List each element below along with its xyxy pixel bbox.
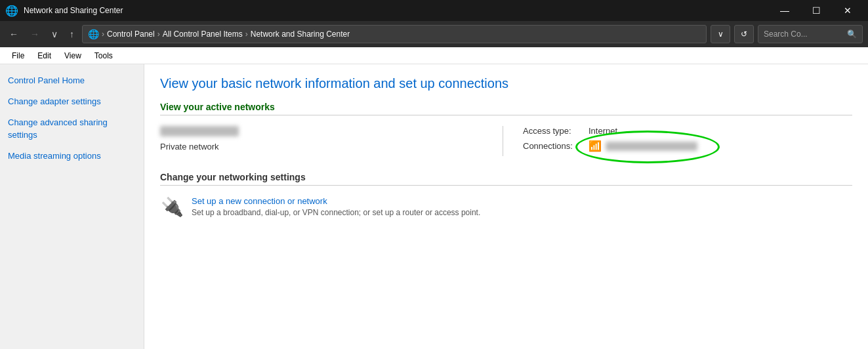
address-bar: ← → ∨ ↑ 🌐 › Control Panel › All Control …	[0, 21, 868, 47]
title-bar-left: 🌐 Network and Sharing Center	[5, 5, 123, 17]
path-control-panel: Control Panel	[107, 30, 155, 39]
address-path[interactable]: 🌐 › Control Panel › All Control Panel It…	[82, 25, 707, 43]
path-sep-1: ›	[157, 30, 160, 39]
sidebar: Control Panel Home Change adapter settin…	[0, 64, 144, 349]
minimize-button[interactable]: —	[770, 0, 800, 21]
network-left: Private network	[160, 126, 503, 156]
back-button[interactable]: ←	[5, 26, 22, 42]
setup-icon: 🔌	[160, 195, 184, 218]
setup-desc: Set up a broadband, dial-up, or VPN conn…	[192, 208, 480, 217]
menu-file[interactable]: File	[7, 50, 30, 62]
sidebar-link-advanced-sharing[interactable]: Change advanced sharing settings	[8, 117, 136, 140]
menu-bar: File Edit View Tools	[0, 47, 868, 64]
setup-connection-link[interactable]: Set up a new connection or network	[192, 196, 327, 206]
refresh-button[interactable]: ↺	[734, 25, 754, 43]
title-bar-controls: — ☐ ✕	[770, 0, 863, 21]
menu-view[interactable]: View	[59, 50, 87, 62]
page-title: View your basic network information and …	[160, 76, 852, 91]
active-networks-header: View your active networks	[160, 102, 852, 115]
dropdown-button[interactable]: ∨	[47, 26, 62, 42]
main-content: Control Panel Home Change adapter settin…	[0, 64, 868, 349]
title-bar: 🌐 Network and Sharing Center — ☐ ✕	[0, 0, 868, 21]
sidebar-link-change-adapter[interactable]: Change adapter settings	[8, 96, 136, 108]
network-name-blurred	[160, 126, 239, 136]
connection-value: 📶	[589, 140, 697, 152]
forward-button[interactable]: →	[26, 26, 43, 42]
network-right: Access type: Internet Connections: 📶	[503, 126, 852, 156]
window-title: Network and Sharing Center	[24, 6, 123, 15]
dropdown-arrow-icon: ∨	[718, 30, 724, 39]
network-info-row: Private network Access type: Internet Co…	[160, 126, 852, 156]
connections-row: Connections: 📶	[523, 140, 852, 152]
connection-name-blurred	[606, 142, 697, 151]
path-current: Network and Sharing Center	[251, 30, 350, 39]
network-type: Private network	[160, 142, 219, 152]
search-icon: 🔍	[847, 30, 857, 39]
search-box[interactable]: Search Co... 🔍	[758, 25, 863, 43]
up-button[interactable]: ↑	[66, 26, 78, 42]
path-separator: ›	[102, 30, 104, 39]
close-button[interactable]: ✕	[833, 0, 863, 21]
setup-connection-item: 🔌 Set up a new connection or network Set…	[160, 195, 852, 218]
menu-edit[interactable]: Edit	[32, 50, 56, 62]
search-placeholder: Search Co...	[764, 30, 843, 39]
change-settings-header: Change your networking settings	[160, 172, 852, 186]
setup-text-block: Set up a new connection or network Set u…	[192, 195, 480, 217]
path-all-items: All Control Panel Items	[163, 30, 243, 39]
access-type-row: Access type: Internet	[523, 126, 852, 136]
menu-tools[interactable]: Tools	[89, 50, 118, 62]
access-type-value: Internet	[589, 126, 617, 136]
maximize-button[interactable]: ☐	[801, 0, 831, 21]
dropdown-arrow[interactable]: ∨	[711, 25, 730, 43]
access-type-label: Access type:	[523, 126, 589, 136]
plug-icon: 🔌	[161, 196, 184, 218]
refresh-icon: ↺	[741, 30, 747, 39]
connections-label: Connections:	[523, 141, 589, 151]
path-sep-2: ›	[245, 30, 248, 39]
app-icon: 🌐	[5, 5, 18, 17]
content-area: View your basic network information and …	[144, 64, 868, 349]
path-icon: 🌐	[88, 29, 99, 39]
wifi-icon: 📶	[589, 140, 602, 152]
sidebar-link-control-panel-home[interactable]: Control Panel Home	[8, 75, 136, 87]
sidebar-link-media-streaming[interactable]: Media streaming options	[8, 150, 136, 162]
